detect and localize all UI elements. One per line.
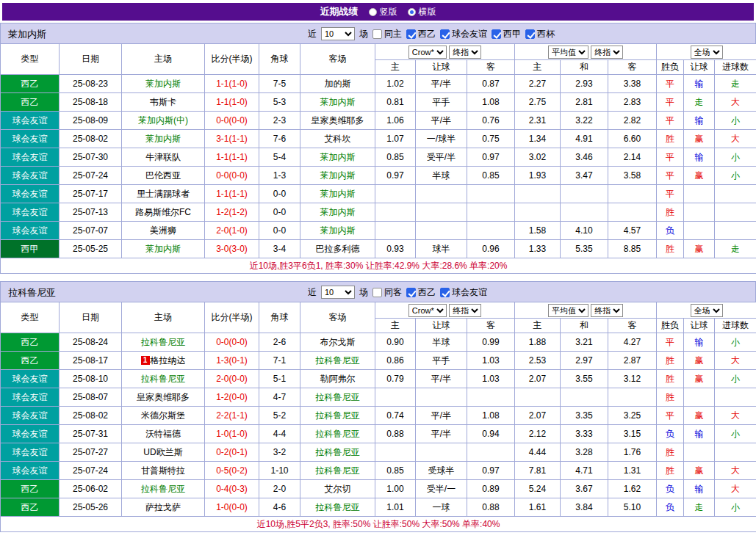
- odds-away: 0.88: [467, 498, 515, 517]
- recent-results-page: 近期战绩 竖版 横版 莱加内斯 近 10 场 同主 西乙球会友谊西甲西杯: [0, 0, 756, 532]
- match-row: 球会友谊25-07-17里士满踢球者1-1(1-1)0-0莱加内斯平: [1, 185, 756, 203]
- radio-vertical-layout[interactable]: 竖版: [369, 6, 397, 18]
- match-row: 球会友谊25-07-24巴伦西亚0-0(0-0)1-3莱加内斯0.97半球0.8…: [1, 167, 756, 185]
- odds-home: [375, 185, 416, 203]
- page-title: 近期战绩: [320, 5, 359, 18]
- checkbox-unchecked-icon[interactable]: [372, 29, 382, 39]
- away-team: 莱加内斯: [300, 93, 375, 112]
- col-odds-away: 客: [467, 60, 515, 75]
- avg-away: 1.31: [608, 462, 657, 480]
- corner-count: 1-3: [259, 167, 300, 185]
- bookmaker-select[interactable]: Crow*: [408, 46, 447, 59]
- checkbox-checked-icon[interactable]: [406, 29, 416, 39]
- score-halftime: 3-0(3-0): [205, 240, 259, 258]
- odds-home: 1.02: [375, 75, 416, 93]
- col-type: 类型: [1, 44, 60, 75]
- final-index-select[interactable]: 终指: [449, 46, 481, 59]
- odds-home: [375, 222, 416, 240]
- score-halftime: 1-3(0-1): [205, 352, 259, 370]
- col-result-winloss: 胜负: [657, 319, 684, 333]
- odds-handicap: 受球半: [416, 462, 467, 480]
- avg-away: 4.27: [608, 333, 657, 352]
- match-count-select[interactable]: 10: [321, 286, 355, 299]
- checkbox-checked-icon[interactable]: [440, 29, 450, 39]
- final-index-select[interactable]: 终指: [449, 304, 481, 317]
- col-odds-home: 主: [375, 319, 416, 333]
- bookmaker-select[interactable]: Crow*: [408, 304, 447, 317]
- checkbox-checked-icon[interactable]: [440, 288, 450, 297]
- corner-count: 3-2: [259, 443, 300, 462]
- fulltime-select[interactable]: 全场: [691, 46, 723, 59]
- same-venue-filter[interactable]: 同客: [372, 286, 402, 299]
- league-filter-球会友谊[interactable]: 球会友谊: [440, 286, 487, 299]
- avg-home: 2.12: [515, 425, 561, 443]
- result-goals: 大: [715, 480, 756, 498]
- league-filter-西乙[interactable]: 西乙: [406, 28, 436, 40]
- result-handicap: 输: [684, 425, 715, 443]
- away-team: 勒阿弗尔: [300, 370, 375, 388]
- radio-selected-icon[interactable]: [408, 8, 416, 16]
- score-halftime: 2-2(1-1): [205, 407, 259, 425]
- avg-away: 2.83: [608, 93, 657, 112]
- final-index-select-2[interactable]: 终指: [591, 304, 623, 317]
- match-row: 球会友谊25-08-02米德尔斯堡2-2(1-1)5-2拉科鲁尼亚0.74平/半…: [1, 407, 756, 425]
- score-halftime: 0-0(0-0): [205, 333, 259, 352]
- average-select[interactable]: 平均值: [548, 46, 588, 59]
- match-row: 西乙25-08-24拉科鲁尼亚0-0(0-0)2-6布尔戈斯0.90半球0.99…: [1, 333, 756, 352]
- league-type: 球会友谊: [1, 443, 60, 462]
- league-type: 西乙: [1, 498, 60, 517]
- avg-draw: 3.21: [561, 333, 608, 352]
- fulltime-select[interactable]: 全场: [691, 304, 723, 317]
- score-halftime: 3-1(1-1): [205, 130, 259, 148]
- near-label: 近: [308, 286, 317, 299]
- league-type: 球会友谊: [1, 203, 60, 222]
- results-table: 类型 日期 主场 比分(半场) 角球 客场 Crow* 终指 平均值 终指: [0, 43, 756, 274]
- result-goals: [715, 185, 756, 203]
- avg-draw: 2.97: [561, 352, 608, 370]
- match-date: 25-08-17: [60, 352, 122, 370]
- result-handicap: 赢: [684, 240, 715, 258]
- final-index-select-2[interactable]: 终指: [591, 46, 623, 59]
- match-count-select[interactable]: 10: [321, 27, 355, 40]
- col-score: 比分(半场): [205, 44, 259, 75]
- radio-horizontal-layout[interactable]: 横版: [408, 6, 436, 18]
- home-team: 美洲狮: [122, 222, 205, 240]
- checkbox-unchecked-icon[interactable]: [372, 288, 382, 297]
- odds-away: [467, 388, 515, 407]
- league-filter-西甲[interactable]: 西甲: [492, 28, 521, 40]
- avg-away: [608, 203, 657, 222]
- checkbox-checked-icon[interactable]: [525, 29, 535, 39]
- avg-draw: 3.67: [561, 480, 608, 498]
- avg-draw: 4.10: [561, 222, 608, 240]
- summary-row: 近10场,胜3平6负1, 胜率:30% 让胜率:42.9% 大率:28.6% 单…: [1, 258, 756, 274]
- odds-home: 0.81: [375, 93, 416, 112]
- team-section-deportivo: 拉科鲁尼亚 近 10 场 同客 西乙球会友谊 类型 日期: [0, 281, 756, 532]
- checkbox-checked-icon[interactable]: [492, 29, 501, 39]
- avg-home: 2.31: [515, 112, 561, 130]
- score-halftime: 0-2(0-1): [205, 443, 259, 462]
- same-venue-filter[interactable]: 同主: [372, 28, 402, 40]
- match-row: 球会友谊25-07-07美洲狮2-0(1-0)0-0莱加内斯1.584.104.…: [1, 222, 756, 240]
- result-winloss: 平: [657, 75, 684, 93]
- league-filter-label: 西甲: [503, 28, 521, 40]
- home-team: 拉科鲁尼亚: [122, 480, 205, 498]
- checkbox-checked-icon[interactable]: [406, 288, 416, 297]
- league-filter-西乙[interactable]: 西乙: [406, 286, 436, 299]
- odds-away: 0.76: [467, 112, 515, 130]
- home-team: 1格拉纳达: [122, 352, 205, 370]
- radio-unselected-icon[interactable]: [369, 8, 377, 16]
- away-team: 拉科鲁尼亚: [300, 498, 375, 517]
- league-filter-西杯[interactable]: 西杯: [525, 28, 555, 40]
- away-team: 拉科鲁尼亚: [300, 443, 375, 462]
- league-type: 西乙: [1, 75, 60, 93]
- result-goals: 走: [715, 240, 756, 258]
- match-date: 25-08-09: [60, 112, 122, 130]
- result-goals: [715, 388, 756, 407]
- average-group: 平均值 终指: [515, 302, 657, 319]
- league-filter-球会友谊[interactable]: 球会友谊: [440, 28, 487, 40]
- average-select[interactable]: 平均值: [548, 304, 588, 317]
- odds-handicap: [416, 203, 467, 222]
- avg-home: 3.02: [515, 148, 561, 167]
- away-team: 莱加内斯: [300, 167, 375, 185]
- result-goals: 小: [715, 167, 756, 185]
